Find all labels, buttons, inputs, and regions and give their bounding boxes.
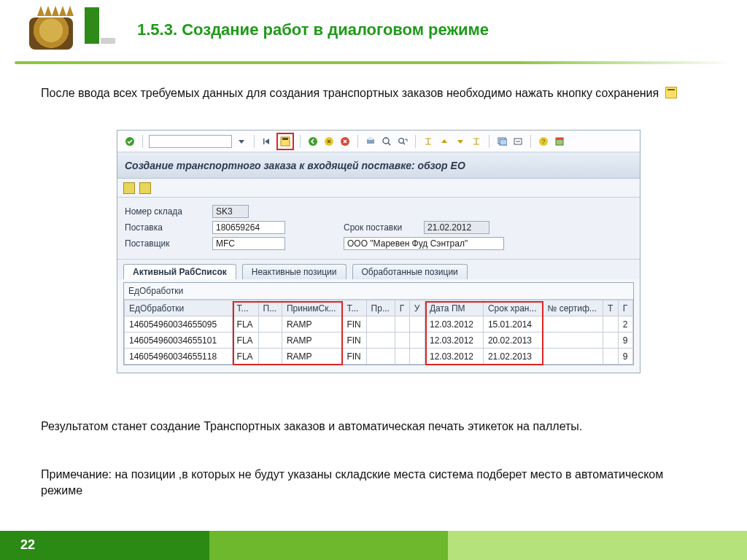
- tab-processed-positions[interactable]: Обработанные позиции: [352, 264, 468, 279]
- delivery-date-value[interactable]: 21.02.2012: [424, 221, 489, 234]
- col-u[interactable]: У: [409, 300, 425, 316]
- exit-icon[interactable]: [322, 135, 336, 148]
- footer-bar: 22: [0, 531, 747, 560]
- cell-pr[interactable]: [366, 316, 395, 332]
- sap-main-toolbar: ?: [117, 131, 640, 152]
- col-id[interactable]: ЕдОбработки: [125, 300, 233, 316]
- svg-rect-8: [368, 137, 373, 140]
- col-exp[interactable]: Срок хран...: [483, 300, 543, 316]
- divider: [15, 61, 732, 64]
- table-row[interactable]: 146054960034655095FLARAMPFIN12.03.201215…: [125, 316, 633, 332]
- cell-tt[interactable]: [603, 349, 618, 365]
- cancel-icon[interactable]: [338, 135, 352, 148]
- sap-window: ? Создание транспортного заказа к входящ…: [117, 130, 640, 373]
- page-up-icon[interactable]: [438, 135, 451, 148]
- col-pm[interactable]: Дата ПМ: [425, 300, 483, 316]
- warehouse-label: Номер склада: [125, 206, 205, 217]
- svg-text:?: ?: [541, 138, 545, 145]
- cell-p[interactable]: [258, 332, 282, 349]
- cell-pm[interactable]: 12.03.2012: [425, 349, 483, 365]
- cell-pm[interactable]: 12.03.2012: [425, 316, 483, 332]
- cell-sk[interactable]: RAMP: [282, 349, 342, 365]
- cell-t[interactable]: FLA: [232, 316, 258, 332]
- cell-t[interactable]: FLA: [232, 349, 258, 365]
- find-icon[interactable]: [380, 135, 393, 148]
- cell-g[interactable]: [395, 316, 409, 332]
- print-icon[interactable]: [364, 135, 377, 148]
- table-row[interactable]: 146054960034655118FLARAMPFIN12.03.201221…: [125, 349, 633, 365]
- save-icon-inline: [665, 87, 677, 98]
- col-t1[interactable]: Т...: [232, 300, 258, 316]
- vendor-value[interactable]: MFC: [212, 237, 285, 250]
- cell-pr[interactable]: [366, 332, 395, 349]
- save-button[interactable]: [279, 135, 292, 148]
- col-t2[interactable]: Т...: [342, 300, 366, 316]
- cell-g2[interactable]: 2: [618, 316, 632, 332]
- cell-exp[interactable]: 21.02.2013: [483, 349, 543, 365]
- warehouse-value[interactable]: SK3: [212, 205, 249, 218]
- sap-title: Создание транспортного заказа к входящей…: [125, 160, 465, 171]
- sap-app-toolbar: [117, 179, 640, 198]
- cell-u[interactable]: [409, 316, 425, 332]
- cell-tt[interactable]: [603, 332, 618, 349]
- table-row[interactable]: 146054960034655101FLARAMPFIN12.03.201220…: [125, 332, 633, 349]
- help-icon[interactable]: ?: [537, 135, 550, 148]
- cell-pr[interactable]: [366, 349, 395, 365]
- col-tt[interactable]: Т: [603, 300, 618, 316]
- cell-p[interactable]: [258, 349, 282, 365]
- intro-paragraph: После ввода всех требуемых данных для со…: [41, 86, 706, 101]
- cell-t2[interactable]: FIN: [342, 332, 366, 349]
- cell-id[interactable]: 146054960034655095: [125, 316, 233, 332]
- app-button-1[interactable]: [123, 182, 135, 194]
- cell-sk[interactable]: RAMP: [282, 332, 342, 349]
- layout-icon[interactable]: [553, 135, 566, 148]
- tab-active-worklist[interactable]: Активный РабСписок: [123, 264, 236, 279]
- cell-cert[interactable]: [543, 332, 603, 349]
- back-icon[interactable]: [306, 135, 320, 148]
- cell-exp[interactable]: 20.02.2013: [483, 332, 543, 349]
- page-last-icon[interactable]: [470, 135, 483, 148]
- find-next-icon[interactable]: [396, 135, 409, 148]
- nav-first-icon[interactable]: [260, 135, 274, 148]
- cell-exp[interactable]: 15.01.2014: [483, 316, 543, 332]
- shortcut-icon[interactable]: [511, 135, 525, 148]
- col-p[interactable]: П...: [258, 300, 282, 316]
- cell-g2[interactable]: 9: [618, 332, 632, 349]
- col-g2[interactable]: Г: [618, 300, 632, 316]
- delivery-value[interactable]: 180659264: [212, 221, 285, 234]
- cell-tt[interactable]: [603, 316, 618, 332]
- cell-pm[interactable]: 12.03.2012: [425, 332, 483, 349]
- sap-header-form: Номер склада SK3 Поставка 180659264 Срок…: [117, 198, 640, 260]
- cell-u[interactable]: [409, 332, 425, 349]
- col-pr[interactable]: Пр...: [366, 300, 395, 316]
- cell-t[interactable]: FLA: [232, 332, 258, 349]
- svg-rect-1: [263, 139, 264, 144]
- cell-cert[interactable]: [543, 316, 603, 332]
- result-paragraph: Результатом станет создание Транспортных…: [41, 420, 706, 433]
- col-g[interactable]: Г: [395, 300, 409, 316]
- page-first-icon[interactable]: [422, 135, 435, 148]
- save-button-highlight: [276, 133, 294, 150]
- page-down-icon[interactable]: [454, 135, 467, 148]
- cell-t2[interactable]: FIN: [342, 349, 366, 365]
- cell-g[interactable]: [395, 349, 409, 365]
- col-sk[interactable]: ПринимСк...: [282, 300, 342, 316]
- new-session-icon[interactable]: [495, 135, 508, 148]
- cell-g2[interactable]: 9: [618, 349, 632, 365]
- cell-g[interactable]: [395, 332, 409, 349]
- col-cert[interactable]: № сертиф...: [543, 300, 603, 316]
- command-field[interactable]: [149, 135, 232, 148]
- cell-u[interactable]: [409, 349, 425, 365]
- grid-table[interactable]: ЕдОбработки Т... П... ПринимСк... Т... П…: [124, 300, 633, 365]
- svg-point-11: [399, 138, 404, 143]
- cell-p[interactable]: [258, 316, 282, 332]
- cell-id[interactable]: 146054960034655101: [125, 332, 233, 349]
- tab-inactive-positions[interactable]: Неактивные позиции: [242, 264, 347, 279]
- app-button-2[interactable]: [139, 182, 151, 194]
- cell-sk[interactable]: RAMP: [282, 316, 342, 332]
- cell-t2[interactable]: FIN: [342, 316, 366, 332]
- cell-cert[interactable]: [543, 349, 603, 365]
- ok-icon[interactable]: [123, 135, 136, 148]
- dropdown-icon[interactable]: [235, 135, 248, 148]
- cell-id[interactable]: 146054960034655118: [125, 349, 233, 365]
